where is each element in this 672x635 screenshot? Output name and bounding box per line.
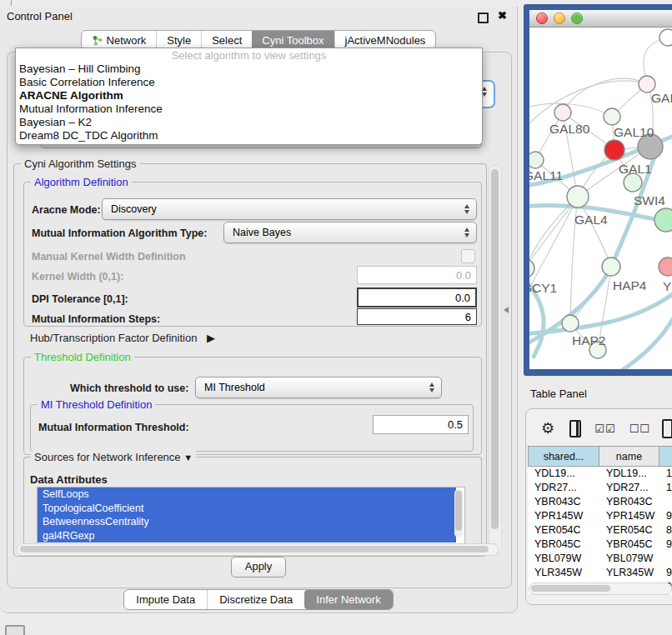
minimize-traffic-light[interactable] [554, 12, 565, 24]
collapse-arrow-icon: ▼ [183, 452, 193, 462]
mi-threshold-label: Mutual Information Threshold: [38, 422, 189, 433]
scrollbar-thumb[interactable] [455, 491, 462, 531]
apply-button[interactable]: Apply [231, 557, 287, 578]
node-swi4[interactable] [654, 208, 672, 232]
gear-icon[interactable]: ⚙ [541, 419, 554, 438]
node-gal80[interactable] [554, 104, 571, 121]
table-row[interactable]: YBR043C YBR043C [528, 495, 672, 509]
bottom-tab-bar: Impute Data Discretize Data Infer Networ… [123, 589, 393, 610]
unchecked-checkboxes-icon[interactable]: ☐☐ [629, 422, 650, 435]
mi-threshold-field[interactable]: 0.5 [373, 415, 469, 434]
settings-vertical-scrollbar[interactable] [489, 165, 502, 555]
document-icon[interactable] [662, 419, 672, 438]
node-hap4[interactable] [602, 258, 620, 276]
node-gal10[interactable] [604, 108, 620, 125]
column-header-clipped[interactable]: A [659, 446, 672, 467]
list-item[interactable]: gal4RGexp [38, 529, 456, 543]
close-icon[interactable]: ✖ [498, 9, 507, 22]
table-row[interactable]: YBL079W YBL079W [528, 552, 672, 566]
tab-cyni-toolbox[interactable]: Cyni Toolbox [252, 31, 333, 49]
node-gal11[interactable] [529, 152, 544, 168]
scrollbar-thumb[interactable] [531, 585, 610, 592]
column-header-name[interactable]: name [599, 446, 659, 467]
mi-steps-label: Mutual Information Steps: [32, 313, 160, 325]
algorithm-option-selected[interactable]: ARACNE Algorithm [16, 89, 482, 102]
node-label: GAL [651, 91, 672, 105]
hub-definition-toggle[interactable]: Hub/Transcription Factor Definition ▶ [30, 332, 215, 344]
table-row[interactable]: YDL19... YDL19... 13 [528, 467, 672, 481]
tab-style[interactable]: Style [156, 31, 201, 49]
spinner-icon [464, 204, 469, 214]
algorithm-option[interactable]: Mutual Information Inference [16, 102, 482, 116]
network-view-window[interactable]: GAL GAL80 GAL10 GAL1 GAL11 GAL4 SWI4 GCY… [524, 4, 672, 376]
checked-checkboxes-icon[interactable]: ☑☑ [594, 422, 615, 435]
float-window-icon[interactable] [478, 12, 489, 23]
bottom-left-panel-icon[interactable] [5, 625, 25, 635]
tab-discretize-data[interactable]: Discretize Data [207, 590, 304, 609]
table-panel: ⚙ ☑☑ ☐☐ shared... name A YDL19... YDL19.… [525, 408, 672, 605]
dpi-tolerance-field[interactable]: 0.0 [357, 288, 477, 308]
aracne-mode-value: Discovery [111, 203, 157, 215]
manual-kernel-checkbox[interactable] [461, 249, 475, 263]
settings-horizontal-scrollbar[interactable] [17, 543, 499, 556]
column-header-shared-name[interactable]: shared... [528, 446, 599, 467]
table-row[interactable]: YER054C YER054C 8. [528, 523, 672, 538]
node-gal1[interactable] [604, 140, 624, 160]
control-panel-title: Control Panel [7, 10, 73, 22]
scrollbar-thumb[interactable] [491, 169, 499, 529]
tab-infer-network[interactable]: Infer Network [304, 590, 392, 609]
close-traffic-light[interactable] [536, 12, 548, 24]
table-row[interactable]: YPR145W YPR145W 9. [528, 509, 672, 523]
node-gal4[interactable] [567, 186, 589, 208]
algorithm-definition-title: Algorithm Definition [31, 176, 132, 188]
popup-placeholder: Select algorithm to view settings [16, 48, 482, 62]
list-item[interactable]: TopologicalCoefficient [38, 502, 456, 516]
list-item[interactable]: SelfLoops [38, 488, 456, 502]
kernel-width-label: Kernel Width (0,1): [32, 271, 123, 282]
zoom-traffic-light[interactable] [571, 12, 583, 24]
node-label: GCY1 [529, 281, 557, 295]
which-threshold-combobox[interactable]: MI Threshold [195, 377, 442, 398]
node-label: HAP4 [613, 278, 647, 292]
table-row[interactable]: YDR27... YDR27... 12 [528, 481, 672, 495]
mi-type-label: Mutual Information Algorithm Type: [32, 228, 207, 239]
node-unlabeled[interactable] [659, 29, 672, 46]
network-window-titlebar[interactable] [529, 10, 672, 28]
node-gcy1[interactable] [529, 259, 534, 278]
node-gal[interactable] [639, 76, 655, 92]
sources-title[interactable]: Sources for Network Inference ▼ [31, 451, 196, 463]
tab-impute-data[interactable]: Impute Data [124, 590, 207, 609]
network-canvas[interactable]: GAL GAL80 GAL10 GAL1 GAL11 GAL4 SWI4 GCY… [529, 28, 672, 369]
mi-type-combobox[interactable]: Naive Bayes [223, 222, 477, 243]
table-row[interactable]: YBR045C YBR045C 9. [528, 538, 672, 552]
threshold-definition-title: Threshold Definition [31, 351, 134, 363]
tab-jactivemnodules[interactable]: jActiveMNodules [334, 31, 436, 49]
node-y[interactable] [659, 258, 672, 276]
list-scrollbar[interactable] [454, 489, 463, 538]
node-hap2[interactable] [562, 315, 579, 332]
expand-arrow-icon: ▶ [207, 332, 215, 344]
aracne-mode-combobox[interactable]: Discovery [102, 198, 477, 220]
column-layout-icon[interactable] [569, 420, 581, 438]
data-attributes-list[interactable]: SelfLoops TopologicalCoefficient Between… [37, 487, 465, 544]
table-panel-title: Table Panel [530, 388, 587, 400]
algorithm-option[interactable]: Dream8 DC_TDC Algorithm [16, 129, 482, 142]
manual-kernel-label: Manual Kernel Width Definition [32, 251, 186, 262]
scrollbar-thumb[interactable] [20, 546, 489, 552]
tab-select[interactable]: Select [201, 31, 252, 49]
split-divider-arrow[interactable] [504, 307, 509, 313]
node-table: shared... name A YDL19... YDL19... 13 YD… [528, 446, 672, 594]
table-horizontal-scrollbar[interactable] [529, 582, 672, 595]
tab-network[interactable]: Network [82, 31, 157, 49]
node-label: GAL4 [574, 212, 608, 227]
algorithm-option[interactable]: Bayesian – Hill Climbing [16, 62, 482, 76]
mi-steps-field[interactable]: 6 [357, 308, 477, 325]
node-label: GAL10 [614, 125, 654, 139]
algorithm-option[interactable]: Basic Correlation Inference [16, 76, 482, 89]
node-unlabeled[interactable] [624, 173, 642, 192]
kernel-width-field[interactable]: 0.0 [357, 266, 477, 284]
node-label: GAL80 [549, 122, 590, 136]
algorithm-option[interactable]: Bayesian – K2 [16, 116, 482, 129]
list-item[interactable]: BetweennessCentrality [38, 515, 456, 529]
table-row[interactable]: YLR345W YLR345W 9. [528, 566, 672, 580]
